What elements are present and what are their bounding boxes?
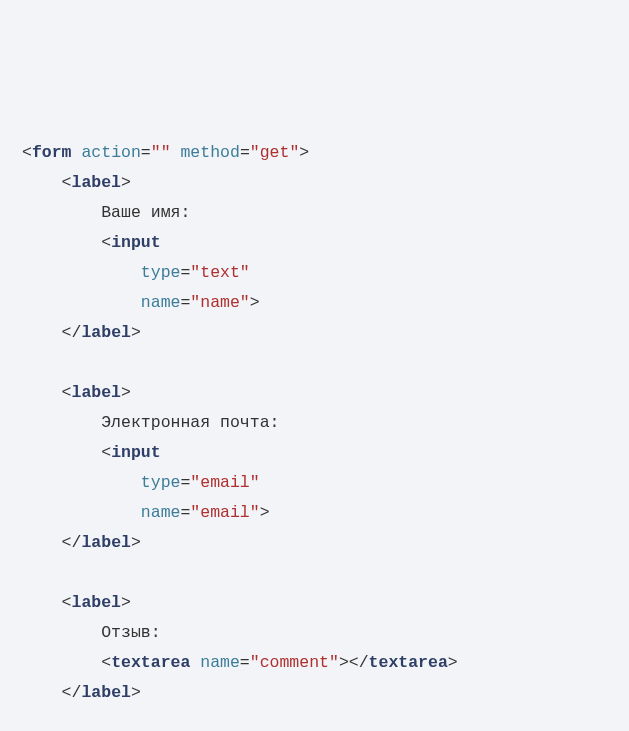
tag-input: input (111, 233, 161, 252)
tag-textarea-open: textarea (111, 653, 190, 672)
tag-form-open: form (32, 143, 72, 162)
tag-label-close: label (81, 683, 131, 702)
tag-label-close: label (81, 533, 131, 552)
attr-name: name (141, 503, 181, 522)
label-text-email: Электронная почта: (101, 413, 279, 432)
tag-label-close: label (81, 323, 131, 342)
tag-label-open: label (72, 383, 122, 402)
label-text-comment: Отзыв: (101, 623, 160, 642)
tag-label-open: label (72, 593, 122, 612)
val-method: "get" (250, 143, 300, 162)
val-name-email: "email" (190, 503, 259, 522)
attr-method: method (180, 143, 239, 162)
attr-name: name (200, 653, 240, 672)
label-text-name: Ваше имя: (101, 203, 190, 222)
attr-name: name (141, 293, 181, 312)
val-name-comment: "comment" (250, 653, 339, 672)
val-action: "" (151, 143, 171, 162)
val-name-name: "name" (190, 293, 249, 312)
val-type-email: "email" (190, 473, 259, 492)
code-snippet: <form action="" method="get"> <label> Ва… (22, 138, 629, 731)
val-type-text: "text" (190, 263, 249, 282)
tag-textarea-close: textarea (369, 653, 448, 672)
tag-input: input (111, 443, 161, 462)
tag-label-open: label (72, 173, 122, 192)
attr-type: type (141, 263, 181, 282)
attr-type: type (141, 473, 181, 492)
attr-action: action (81, 143, 140, 162)
